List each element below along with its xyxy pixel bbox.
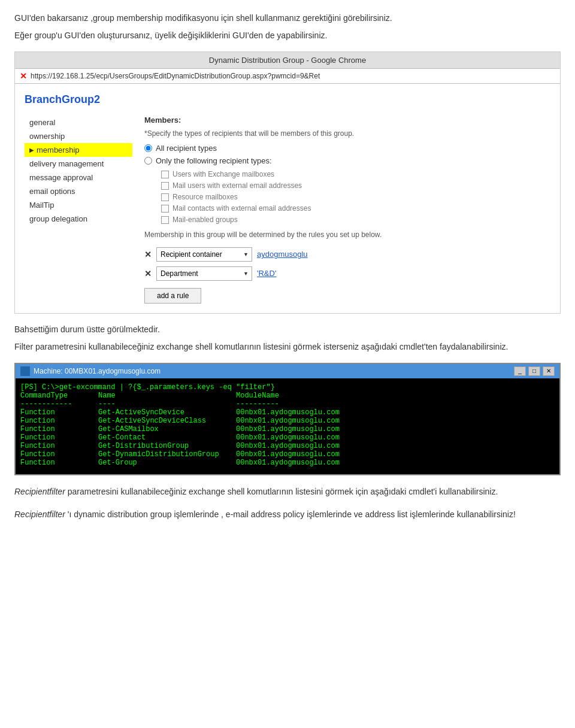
row3-col3: 00nbx01.aydogmusoglu.com: [236, 425, 340, 433]
checkbox-mail-contacts-external[interactable]: Mail contacts with external email addres…: [161, 204, 550, 213]
nav-label-ownership: ownership: [29, 132, 65, 141]
rule-delete-icon-2[interactable]: ✕: [144, 269, 152, 278]
row5-col1: Function: [20, 442, 98, 450]
terminal-restore-button[interactable]: □: [528, 366, 540, 376]
membership-rule-text: Membership in this group will be determi…: [144, 230, 432, 240]
browser-addressbar: ✕ https://192.168.1.25/ecp/UsersGroups/E…: [15, 69, 560, 84]
sidebar-item-delivery-management[interactable]: delivery management: [25, 157, 132, 171]
radio-only-input[interactable]: [144, 157, 152, 165]
recipientfilter-italic-2: Recipientfilter: [14, 509, 65, 519]
sidebar-item-ownership[interactable]: ownership: [25, 129, 132, 143]
radio-all-label: All recipient types: [156, 144, 217, 153]
terminal-title: Machine: 00MBX01.aydogmusoglu.com: [34, 367, 161, 375]
table-row: FunctionGet-ActiveSyncDeviceClass00nbx01…: [20, 417, 555, 425]
terminal-prompt-text: [PS] C:\>: [20, 383, 59, 392]
row4-col2: Get-Contact: [98, 433, 236, 442]
checkbox-mail-enabled-groups[interactable]: Mail-enabled groups: [161, 216, 550, 224]
sidebar-item-general[interactable]: general: [25, 116, 132, 129]
terminal-minimize-button[interactable]: _: [514, 366, 526, 376]
browser-window: Dynamic Distribution Group - Google Chro…: [14, 51, 561, 314]
rule-select-field-1[interactable]: Recipient container: [156, 247, 252, 262]
browser-body: BranchGroup2 general ownership ▶ members…: [15, 84, 560, 313]
sidebar-item-membership[interactable]: ▶ membership: [25, 143, 132, 157]
row4-col3: 00nbx01.aydogmusoglu.com: [236, 433, 340, 442]
row3-col2: Get-CASMailbox: [98, 425, 236, 433]
radio-only-following[interactable]: Only the following recipient types:: [144, 156, 550, 165]
terminal-separator: --------------------------: [20, 400, 555, 408]
footer-line1: Recipientfilter parametresini kullanabil…: [14, 485, 561, 498]
nav-label-mailtip: MailTip: [29, 201, 54, 210]
checkbox-box-users-exchange[interactable]: [161, 171, 169, 178]
row7-col2: Get-Group: [98, 459, 236, 467]
footer-text-1: parametresini kullanabileceğiniz exchang…: [68, 487, 498, 496]
sidebar-item-group-delegation[interactable]: group delegation: [25, 212, 132, 226]
terminal-col-commandtype-header: CommandType: [20, 392, 98, 400]
sidebar-item-mailtip[interactable]: MailTip: [25, 198, 132, 212]
table-row: FunctionGet-DynamicDistributionGroup00nb…: [20, 450, 555, 459]
checkbox-resource-mailboxes[interactable]: Resource mailboxes: [161, 193, 550, 201]
row6-col1: Function: [20, 450, 98, 459]
rule-row-department: ✕ Department 'R&D': [144, 266, 550, 281]
checkbox-label-mail-enabled-groups: Mail-enabled groups: [172, 216, 238, 224]
rule-delete-icon-1[interactable]: ✕: [144, 250, 152, 259]
row6-col3: 00nbx01.aydogmusoglu.com: [236, 450, 340, 459]
terminal-app-icon: [20, 366, 30, 376]
row5-col3: 00nbx01.aydogmusoglu.com: [236, 442, 340, 450]
terminal-command-line: [PS] C:\>get-excommand | ?{$_.parameters…: [20, 383, 555, 392]
sidebar-item-email-options[interactable]: email options: [25, 184, 132, 198]
row1-col2: Get-ActiveSyncDevice: [98, 408, 236, 417]
row2-col3: 00nbx01.aydogmusoglu.com: [236, 417, 340, 425]
checkbox-group: Users with Exchange mailboxes Mail users…: [161, 170, 550, 224]
terminal-command-text: get-excommand | ?{$_.parameters.keys -eq…: [59, 383, 275, 392]
recipientfilter-italic-1: Recipientfilter: [14, 487, 65, 496]
checkbox-box-mail-contacts-external[interactable]: [161, 205, 169, 213]
table-row: FunctionGet-Group00nbx01.aydogmusoglu.co…: [20, 459, 555, 467]
add-rule-button[interactable]: add a rule: [144, 288, 201, 304]
checkbox-box-resource-mailboxes[interactable]: [161, 193, 169, 201]
browser-titlebar: Dynamic Distribution Group - Google Chro…: [15, 52, 560, 69]
terminal-icon: Machine: 00MBX01.aydogmusoglu.com: [20, 366, 161, 376]
radio-all-input[interactable]: [144, 144, 152, 152]
terminal-header: CommandTypeNameModuleName: [20, 392, 555, 400]
nav-label-membership: membership: [37, 145, 80, 154]
checkbox-box-mail-users-external[interactable]: [161, 182, 169, 190]
members-info: *Specify the types of recipients that wi…: [144, 129, 550, 138]
radio-only-label: Only the following recipient types:: [156, 156, 272, 165]
terminal-body-wrapper: [PS] C:\>get-excommand | ?{$_.parameters…: [16, 378, 559, 474]
browser-title: Dynamic Distribution Group - Google Chro…: [209, 56, 366, 65]
checkbox-mail-users-external[interactable]: Mail users with external email addresses: [161, 181, 550, 190]
members-label: Members:: [144, 116, 550, 125]
rule-select-wrapper-1: Recipient container: [156, 247, 252, 262]
table-row: FunctionGet-ActiveSyncDevice00nbx01.aydo…: [20, 408, 555, 417]
sidebar-item-message-approval[interactable]: message approval: [25, 171, 132, 184]
row3-col1: Function: [20, 425, 98, 433]
row7-col1: Function: [20, 459, 98, 467]
active-arrow-icon: ▶: [29, 147, 34, 153]
table-row: FunctionGet-Contact00nbx01.aydogmusoglu.…: [20, 433, 555, 442]
right-content: Members: *Specify the types of recipient…: [144, 116, 550, 304]
intro-line1: GUI'den bakarsanız ,group membership mod…: [14, 12, 561, 25]
filter-text: Filter parametresini kullanabileceğiniz …: [14, 341, 561, 353]
radio-all-recipient-types[interactable]: All recipient types: [144, 144, 550, 153]
rule-value-2[interactable]: 'R&D': [257, 269, 276, 278]
terminal-body: [PS] C:\>get-excommand | ?{$_.parameters…: [16, 378, 559, 474]
nav-label-email-options: email options: [29, 187, 75, 196]
rule-value-1[interactable]: aydogmusoglu: [257, 250, 308, 259]
checkbox-label-users-exchange: Users with Exchange mailboxes: [172, 170, 274, 178]
checkbox-box-mail-enabled-groups[interactable]: [161, 216, 169, 224]
rule-select-field-2[interactable]: Department: [156, 266, 252, 281]
checkbox-users-exchange[interactable]: Users with Exchange mailboxes: [161, 170, 550, 178]
nav-label-group-delegation: group delegation: [29, 214, 87, 223]
table-row: FunctionGet-DistributionGroup00nbx01.ayd…: [20, 442, 555, 450]
row2-col1: Function: [20, 417, 98, 425]
terminal-close-button[interactable]: ✕: [543, 366, 555, 376]
checkbox-label-resource-mailboxes: Resource mailboxes: [172, 193, 238, 201]
rule-row-recipient-container: ✕ Recipient container aydogmusoglu: [144, 247, 550, 262]
checkbox-label-mail-users-external: Mail users with external email addresses: [172, 181, 302, 190]
terminal-col-modulename-header: ModuleName: [236, 392, 279, 400]
row4-col1: Function: [20, 433, 98, 442]
left-nav: general ownership ▶ membership delivery …: [25, 116, 132, 304]
stop-icon[interactable]: ✕: [20, 71, 27, 81]
nav-label-delivery-management: delivery management: [29, 159, 104, 168]
footer-line2: Recipientfilter 'ı dynamic distribution …: [14, 508, 561, 521]
